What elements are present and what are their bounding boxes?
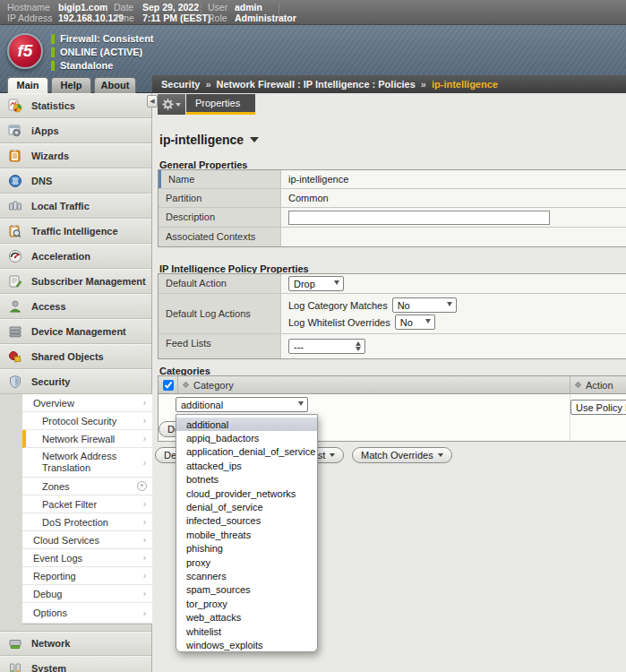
log-category-matches-select[interactable]: No: [392, 297, 457, 313]
select-all-checkbox[interactable]: [163, 380, 174, 391]
dropdown-option[interactable]: appiq_badactors: [176, 431, 317, 444]
dropdown-option[interactable]: attacked_ips: [176, 459, 317, 472]
associated-contexts-label: Associated Contexts: [159, 228, 281, 246]
chevron-right-icon: ›: [143, 398, 146, 408]
dropdown-option[interactable]: application_denial_of_service: [176, 445, 317, 459]
submenu-item-label: Event Logs: [33, 553, 82, 564]
sidebar-item-access[interactable]: Access: [0, 294, 151, 319]
dropdown-option[interactable]: whitelist: [176, 625, 317, 638]
sidebar-item-local-traffic[interactable]: Local Traffic: [0, 194, 151, 219]
description-input[interactable]: [288, 211, 550, 225]
dropdown-option[interactable]: additional: [176, 418, 317, 431]
sidebar-item-iapps[interactable]: iApps: [0, 118, 151, 143]
submenu-item-label: Network Firewall: [42, 434, 115, 444]
wizards-icon: [8, 149, 24, 163]
sidebar-item-shared-objects[interactable]: Shared Objects: [0, 344, 151, 369]
sidebar-item-security[interactable]: Security: [0, 369, 151, 394]
table-row: Partition Common: [159, 189, 626, 208]
dropdown-option[interactable]: spam_sources: [176, 583, 317, 597]
dropdown-option[interactable]: phishing: [176, 542, 317, 556]
feed-lists-value: ---: [294, 341, 304, 352]
breadcrumb-path[interactable]: Network Firewall : IP Intelligence : Pol…: [217, 79, 416, 90]
log-whitelist-overrides-row: Log Whitelist Overrides No: [288, 314, 435, 331]
match-overrides-button[interactable]: Match Overrides: [352, 447, 452, 463]
sidebar-item-dns[interactable]: DNS: [0, 168, 151, 194]
status-bar-icon: [51, 61, 55, 71]
log-category-matches-label: Log Category Matches: [288, 300, 388, 311]
submenu-item-cloud-services[interactable]: Cloud Services›: [22, 531, 152, 549]
submenu-item-debug[interactable]: Debug›: [22, 585, 152, 603]
sidebar-item-statistics[interactable]: Statistics: [0, 93, 151, 118]
date-value: Sep 29, 2022: [142, 3, 199, 13]
submenu-item-network-address-translation[interactable]: Network Address Translation›: [22, 448, 152, 478]
up-down-arrows-icon: [356, 341, 361, 351]
sidebar-collapse-button[interactable]: ◀: [147, 95, 158, 108]
chevron-down-icon: [176, 103, 181, 107]
traffic-intelligence-icon: [8, 224, 24, 238]
plus-circle-icon[interactable]: +: [137, 481, 147, 491]
sidebar-item-label: Wizards: [31, 151, 69, 161]
submenu-item-overview[interactable]: Overview›: [22, 394, 152, 412]
tab-about[interactable]: About: [94, 77, 136, 93]
chevron-right-icon: ›: [143, 458, 146, 468]
default-action-select[interactable]: Drop: [288, 276, 344, 291]
user-label: User: [208, 3, 235, 13]
time-label: Time: [114, 13, 142, 23]
tab-properties[interactable]: Properties: [186, 94, 255, 115]
role-label: Role: [208, 13, 235, 23]
page-title[interactable]: ip-intelligence: [159, 133, 259, 147]
dropdown-option[interactable]: tor_proxy: [176, 597, 317, 610]
tab-main[interactable]: Main: [7, 77, 48, 93]
dropdown-option[interactable]: mobile_threats: [176, 528, 317, 541]
submenu-item-reporting[interactable]: Reporting›: [22, 567, 152, 585]
dropdown-option[interactable]: scanners: [176, 569, 317, 582]
system-icon: [8, 661, 24, 672]
submenu-item-packet-filter[interactable]: Packet Filter›: [22, 495, 152, 513]
info-bar: Hostnamebigip1.com IP Address192.168.10.…: [0, 0, 626, 25]
sidebar-item-system[interactable]: System: [0, 656, 151, 672]
breadcrumb-section[interactable]: Security: [161, 79, 200, 90]
submenu-item-label: Network Address Translation: [42, 448, 152, 477]
security-submenu: Overview› Protocol Security› Network Fir…: [22, 394, 152, 625]
submenu-item-protocol-security[interactable]: Protocol Security›: [22, 412, 152, 430]
associated-contexts-value: [281, 228, 626, 246]
submenu-item-label: Zones: [42, 481, 70, 492]
dropdown-option[interactable]: windows_exploits: [176, 638, 317, 651]
sidebar-item-network[interactable]: Network: [0, 631, 151, 656]
hostname-label: Hostname: [7, 3, 58, 13]
action-select[interactable]: Use Policy Default: [570, 400, 626, 415]
log-whitelist-overrides-select[interactable]: No: [395, 314, 435, 330]
sidebar-gap: [0, 625, 151, 631]
submenu-item-dos-protection[interactable]: DoS Protection›: [22, 513, 152, 531]
chevron-down-icon: [447, 302, 452, 306]
table-row: Feed Lists ---: [159, 334, 626, 358]
submenu-item-event-logs[interactable]: Event Logs›: [22, 549, 152, 567]
dropdown-option[interactable]: infected_sources: [176, 514, 317, 528]
action-column-header[interactable]: Action: [570, 376, 626, 393]
info-separator: [279, 4, 279, 21]
feed-lists-select[interactable]: ---: [288, 339, 365, 354]
sidebar-item-acceleration[interactable]: Acceleration: [0, 244, 151, 269]
options-gear-tab[interactable]: [158, 94, 185, 115]
sidebar-item-wizards[interactable]: Wizards: [0, 143, 151, 168]
dropdown-option[interactable]: web_attacks: [176, 610, 317, 624]
dropdown-option[interactable]: proxy: [176, 556, 317, 569]
category-column-label: Category: [193, 380, 234, 391]
default-action-value: Drop: [294, 279, 315, 289]
category-column-header[interactable]: Category: [178, 376, 570, 393]
category-select[interactable]: additional: [176, 397, 308, 412]
dropdown-option[interactable]: cloud_provider_networks: [176, 487, 317, 500]
dropdown-option[interactable]: denial_of_service: [176, 500, 317, 513]
sidebar-item-device-management[interactable]: Device Management: [0, 319, 151, 344]
match-overrides-label: Match Overrides: [361, 450, 433, 461]
submenu-item-options[interactable]: Options›: [22, 603, 152, 624]
dropdown-option[interactable]: botnets: [176, 473, 317, 487]
name-label: Name: [159, 170, 281, 188]
chevron-right-icon: ›: [143, 434, 146, 444]
submenu-item-network-firewall[interactable]: Network Firewall›: [22, 430, 152, 448]
sidebar-item-subscriber-management[interactable]: Subscriber Management: [0, 269, 151, 294]
sidebar-item-traffic-intelligence[interactable]: Traffic Intelligence: [0, 219, 151, 244]
categories-header-row: Category Action: [159, 376, 626, 394]
submenu-item-zones[interactable]: Zones+: [22, 478, 152, 495]
tab-help[interactable]: Help: [51, 77, 91, 93]
